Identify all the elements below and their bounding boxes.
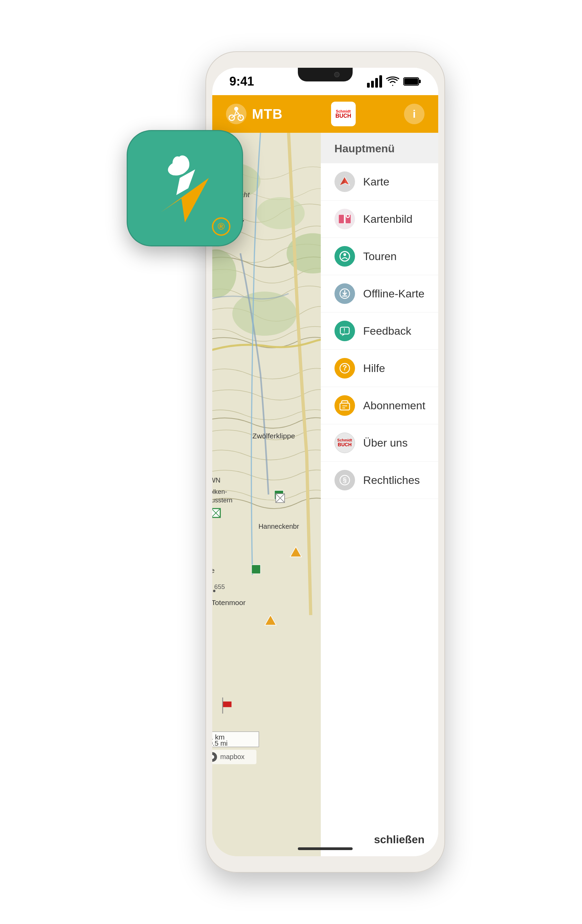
rechtliches-icon: § [334,470,355,490]
svg-rect-7 [404,78,418,84]
battery-icon [403,77,421,86]
info-icon-label: i [413,108,416,120]
home-indicator [298,847,353,850]
hilfe-label: Hilfe [363,362,385,375]
svg-text:!: ! [343,328,345,333]
offline-karte-icon [334,283,355,304]
svg-text:Zwölferklippe: Zwölferklippe [252,432,295,440]
cyclist-icon [226,104,246,124]
kartenbild-icon [334,209,355,229]
touren-icon [334,246,355,267]
schmidt-buch-logo[interactable]: Schmidt BUCH [331,102,356,126]
scene: ® 9:41 [137,34,445,890]
schmidt-text: Schmidt [336,109,351,113]
rechtliches-label: Rechtliches [363,474,420,487]
buch-text: BUCH [336,113,351,119]
offline-karte-label: Offline-Karte [363,287,425,300]
status-icons [367,75,421,87]
svg-text:Molken-: Molken- [212,488,227,495]
menu-item-feedback[interactable]: ! Feedback [321,312,438,350]
menu-item-kartenbild[interactable]: Kartenbild [321,201,438,238]
main-content: Aussicht 464 ▼▼ Zwölferklippe HWN Molken… [212,133,438,856]
svg-text:?: ? [342,363,347,372]
hilfe-icon: ? [334,358,355,378]
svg-point-14 [256,197,305,229]
svg-text:Hanneckenbr: Hanneckenbr [258,523,299,530]
app-icon: ® [127,130,243,246]
menu-item-rechtliches[interactable]: § Rechtliches [321,462,438,499]
feedback-icon: ! [334,321,355,341]
svg-rect-8 [419,80,421,83]
abonnement-label: Abonnement [363,399,425,412]
karte-icon [334,172,355,192]
svg-text:HWN: HWN [212,476,220,484]
menu-item-ueber-uns[interactable]: Schmidt BUCH Über uns [321,424,438,462]
menu-section-title: Hauptmenü [334,142,395,155]
ueber-uns-label: Über uns [363,437,408,449]
svg-text:655: 655 [214,583,225,590]
svg-text:hausstern: hausstern [212,497,233,504]
svg-point-61 [343,253,346,256]
svg-point-16 [233,292,297,336]
notch [298,68,353,81]
time-display: 9:41 [229,74,254,89]
svg-point-38 [213,590,215,592]
svg-text:mapbox: mapbox [220,753,245,761]
info-button[interactable]: i [404,104,425,124]
svg-text:ölle: ölle [212,566,215,574]
touren-label: Touren [363,250,397,263]
menu-item-hilfe[interactable]: ? Hilfe [321,350,438,387]
phone-screen: 9:41 [212,68,438,856]
app-title: MTB [252,106,283,122]
camera [334,72,340,78]
svg-rect-40 [251,565,261,574]
svg-text:Totenmoor: Totenmoor [212,599,245,606]
svg-text:0.5 mi: 0.5 mi [212,739,228,747]
registered-symbol: ® [218,221,225,232]
kartenbild-label: Kartenbild [363,213,413,226]
menu-panel: Hauptmenü Karte [321,133,438,856]
svg-rect-68 [340,403,349,410]
menu-item-offline-karte[interactable]: Offline-Karte [321,275,438,312]
karte-label: Karte [363,176,389,188]
svg-rect-43 [223,701,231,707]
close-button[interactable]: schließen [374,833,425,846]
svg-point-60 [340,252,349,261]
abonnement-icon [334,395,355,416]
header-center: Schmidt BUCH [283,102,404,126]
menu-header: Hauptmenü [321,133,438,163]
svg-point-58 [347,215,349,217]
svg-rect-54 [339,214,344,223]
wifi-icon [386,76,399,87]
ueber-uns-icon: Schmidt BUCH [334,432,355,453]
svg-text:§: § [343,476,346,483]
schmidt-buch-inner: Schmidt BUCH [336,109,351,119]
menu-item-karte[interactable]: Karte [321,163,438,201]
header-left: MTB [226,104,283,124]
signal-icon [367,75,382,87]
cyclist-svg [228,106,244,122]
menu-footer: schließen [321,823,438,856]
feedback-label: Feedback [363,325,412,337]
svg-point-9 [234,107,238,111]
menu-item-abonnement[interactable]: Abonnement [321,387,438,424]
menu-item-touren[interactable]: Touren [321,238,438,275]
app-header: MTB Schmidt BUCH i [212,95,438,133]
